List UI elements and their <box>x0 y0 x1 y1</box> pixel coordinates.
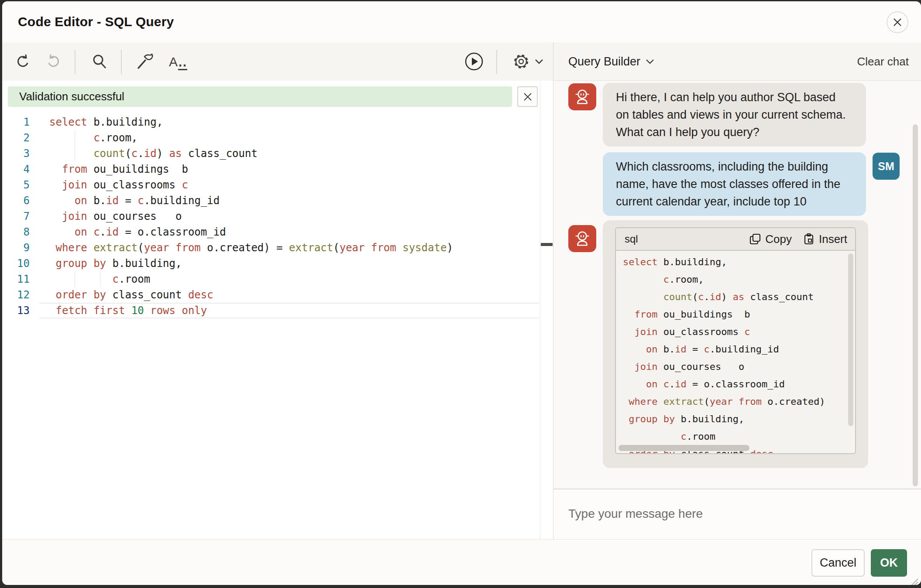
sql-editor[interactable]: Validation successful 1select b.building… <box>2 81 553 539</box>
line-number: 10 <box>2 256 30 271</box>
code-line-content: join ou_classrooms c <box>616 323 750 341</box>
cancel-button[interactable]: Cancel <box>811 549 865 577</box>
assistant-avatar <box>568 225 596 252</box>
code-line[interactable]: 4 from ou_buildings b <box>2 161 540 177</box>
code-line-content: join ou_classrooms c <box>30 177 188 193</box>
resize-grip[interactable] <box>907 575 919 585</box>
chat-message-input[interactable]: Type your message here <box>553 489 921 539</box>
code-line: join ou_courses o <box>616 358 855 376</box>
code-line: count(c.id) as class_count <box>616 288 855 306</box>
code-line-content: count(c.id) as class_count <box>30 146 258 161</box>
hammer-icon <box>136 52 154 71</box>
code-line-content: c.room <box>30 271 150 287</box>
code-block-lines: select b.building, c.room, count(c.id) a… <box>616 251 855 453</box>
code-line[interactable]: 10 group by b.building, <box>2 256 540 271</box>
query-builder-dropdown[interactable]: Query Builder <box>568 42 654 81</box>
code-line-content: from ou_buildings b <box>616 306 750 323</box>
toolbar-divider <box>496 50 497 74</box>
code-line: on c.id = o.classroom_id <box>616 376 855 393</box>
line-number: 13 <box>2 303 30 318</box>
code-line[interactable]: 1select b.building, <box>2 114 540 130</box>
code-line-content: on c.id = o.classroom_id <box>30 224 226 240</box>
assistant-message: Hi there, I can help you author SQL base… <box>603 83 866 147</box>
code-block-vertical-scrollbar[interactable] <box>848 253 853 426</box>
chevron-down-icon <box>646 58 654 65</box>
user-message: Which classrooms, including the building… <box>603 152 866 216</box>
assistant-code-message: sql Copy Insert <box>603 220 868 468</box>
sql-code-block: sql Copy Insert <box>615 227 856 454</box>
close-icon <box>892 17 903 27</box>
code-line-content: on c.id = o.classroom_id <box>616 376 785 393</box>
line-number: 11 <box>2 271 30 287</box>
code-line-content: fetch first 10 rows only <box>30 303 207 318</box>
validation-banner: Validation successful <box>8 86 512 107</box>
code-line-content: c.room, <box>616 271 704 288</box>
gear-icon <box>512 52 530 71</box>
ok-button[interactable]: OK <box>871 549 907 577</box>
code-line: c.room, <box>616 271 855 288</box>
code-block-horizontal-scrollbar[interactable] <box>619 445 749 451</box>
line-number: 4 <box>2 161 30 177</box>
code-line[interactable]: 8 on c.id = o.classroom_id <box>2 224 540 240</box>
code-line[interactable]: 2 c.room, <box>2 130 540 146</box>
redo-button[interactable] <box>44 42 64 81</box>
code-line-content: join ou_courses o <box>30 209 182 224</box>
line-number: 12 <box>2 287 30 303</box>
search-button[interactable] <box>89 42 110 81</box>
code-line[interactable]: 6 on b.id = c.building_id <box>2 193 540 209</box>
line-number: 5 <box>2 177 30 193</box>
run-button[interactable] <box>463 42 485 81</box>
code-line: from ou_buildings b <box>616 306 855 323</box>
dialog-close-button[interactable] <box>887 11 908 33</box>
code-line-content: group by b.building, <box>616 410 744 428</box>
play-icon <box>464 52 484 71</box>
insert-label: Insert <box>819 232 847 246</box>
code-line-content: where extract(year from o.created) <box>616 393 825 410</box>
indent-guide <box>75 146 75 161</box>
cursor-position-marker <box>541 243 553 246</box>
title-bar: Code Editor - SQL Query <box>2 1 921 43</box>
format-button[interactable] <box>135 42 155 81</box>
code-line[interactable]: 5 join ou_classrooms c <box>2 177 540 193</box>
code-line[interactable]: 11 c.room <box>2 271 540 287</box>
close-icon <box>523 92 533 102</box>
indent-guide <box>100 271 100 287</box>
overview-ruler[interactable] <box>540 81 553 539</box>
code-line: on b.id = c.building_id <box>616 341 855 358</box>
clipboard-insert-icon <box>803 233 814 245</box>
chat-scrollbar[interactable] <box>913 124 918 486</box>
query-builder-label: Query Builder <box>568 55 640 68</box>
copy-icon <box>749 233 761 245</box>
line-number: 6 <box>2 193 30 209</box>
code-editor-dialog: Code Editor - SQL Query <box>2 1 921 585</box>
settings-menu-button[interactable] <box>508 42 548 81</box>
banner-close-button[interactable] <box>517 86 538 107</box>
insert-button[interactable]: Insert <box>803 232 847 246</box>
code-line[interactable]: 9 where extract(year from o.created) = e… <box>2 240 540 256</box>
code-line[interactable]: 7 join ou_courses o <box>2 209 540 224</box>
code-line-content: count(c.id) as class_count <box>616 288 814 306</box>
editor-code-lines[interactable]: 1select b.building,2 c.room,3 count(c.id… <box>2 114 540 318</box>
undo-button[interactable] <box>13 42 33 81</box>
robot-icon <box>574 88 591 106</box>
line-number: 3 <box>2 146 30 161</box>
code-line[interactable]: 12 order by class_count desc <box>2 287 540 303</box>
code-line[interactable]: 3 count(c.id) as class_count <box>2 146 540 161</box>
assistant-panel-header: Query Builder Clear chat <box>553 42 921 81</box>
assistant-chat: Hi there, I can help you author SQL base… <box>553 81 921 489</box>
chevron-down-icon <box>535 58 543 65</box>
code-line: where extract(year from o.created) <box>616 393 855 410</box>
assistant-avatar <box>568 83 596 110</box>
code-line-content: from ou_buildings b <box>30 161 188 177</box>
resize-grip-icon <box>907 575 919 585</box>
clear-chat-button[interactable]: Clear chat <box>857 42 909 81</box>
code-line-content: join ou_courses o <box>616 358 744 376</box>
search-icon <box>91 53 108 70</box>
code-line[interactable]: 13 fetch first 10 rows only <box>2 303 540 318</box>
copy-button[interactable]: Copy <box>749 232 792 246</box>
autocomplete-button[interactable]: A‥ <box>166 42 190 81</box>
chat-input-placeholder: Type your message here <box>568 507 703 521</box>
dialog-footer: Cancel OK <box>2 539 921 585</box>
code-line-content: select b.building, <box>30 114 163 130</box>
code-line-content: select b.building, <box>616 253 727 271</box>
